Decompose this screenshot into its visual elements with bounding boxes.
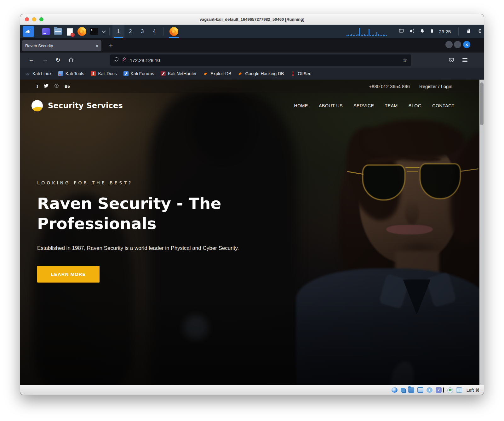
site-header: Security Services HOME ABOUT US SERVICE … xyxy=(32,96,455,115)
exploit-db-bird-icon xyxy=(203,71,208,76)
taskbar-firefox-window[interactable] xyxy=(166,25,181,38)
dribbble-icon[interactable] xyxy=(54,83,59,89)
vbox-recording-slider xyxy=(443,387,444,393)
insecure-lock-icon[interactable] xyxy=(122,57,127,63)
vbox-hdd-status-icon[interactable] xyxy=(392,387,398,393)
desktop-background: vagrant-kali_default_1649657277982_50460… xyxy=(0,0,504,421)
close-window-button[interactable] xyxy=(25,17,29,21)
firefox-tab-bar: Raven Security × + × xyxy=(20,38,484,53)
terminal-icon: $_ xyxy=(90,28,98,35)
hero-subtitle: Established in 1987, Raven Security is a… xyxy=(37,245,258,251)
volume-icon[interactable] xyxy=(409,28,415,35)
behance-icon[interactable]: Bē xyxy=(65,84,70,89)
ghdb-bird-icon xyxy=(238,71,243,76)
forward-button[interactable]: → xyxy=(42,56,48,63)
launcher-dropdown-chevron-icon[interactable] xyxy=(102,29,106,33)
twitter-icon[interactable] xyxy=(44,83,49,89)
kali-nethunter-icon xyxy=(161,71,166,76)
nav-home[interactable]: HOME xyxy=(294,103,308,108)
cpu-usage-graph[interactable] xyxy=(346,27,394,36)
vbox-shared-folders-icon[interactable] xyxy=(408,387,414,393)
pocket-icon[interactable] xyxy=(449,57,454,64)
nav-blog[interactable]: BLOG xyxy=(409,103,421,108)
bookmark-offsec[interactable]: OffSec xyxy=(290,71,311,76)
battery-icon[interactable] xyxy=(430,28,434,35)
brand-logo-icon xyxy=(32,100,43,111)
launcher-text-editor[interactable] xyxy=(65,26,75,37)
browser-tab[interactable]: Raven Security × xyxy=(22,40,101,51)
panel-separator xyxy=(109,27,110,36)
tracking-shield-icon[interactable] xyxy=(114,57,119,63)
facebook-icon[interactable]: f xyxy=(37,84,38,89)
kali-dragon-icon xyxy=(25,27,32,36)
minimize-window-button[interactable] xyxy=(32,17,36,21)
browser-close-button[interactable]: × xyxy=(463,41,470,48)
tray-display-icon[interactable] xyxy=(398,28,404,35)
browser-minimize-button[interactable] xyxy=(445,41,453,48)
panel-clock[interactable]: 23:25 xyxy=(439,29,451,34)
vbox-network-status-icon[interactable]: ⇄ xyxy=(447,387,453,393)
brand-name: Security Services xyxy=(48,101,123,110)
launcher-firefox[interactable] xyxy=(77,26,87,37)
workspace-2[interactable]: 2 xyxy=(124,25,136,38)
bookmark-kali-linux[interactable]: Kali Linux xyxy=(25,71,52,76)
main-navigation: HOME ABOUT US SERVICE TEAM BLOG CONTACT xyxy=(294,103,455,108)
panel-separator xyxy=(163,27,163,36)
kali-forums-icon xyxy=(123,71,129,76)
vbox-usb-status-icon[interactable] xyxy=(427,387,432,393)
workspace-1[interactable]: 1 xyxy=(112,25,124,38)
bookmark-kali-nethunter[interactable]: Kali NetHunter xyxy=(161,71,197,76)
learn-more-button[interactable]: LEARN MORE xyxy=(37,266,100,283)
menu-hamburger-icon[interactable] xyxy=(462,58,467,62)
bookmark-kali-tools[interactable]: Kali Tools xyxy=(58,71,84,76)
reload-button[interactable]: ↻ xyxy=(55,56,60,64)
vbox-recording-status-icon[interactable]: V xyxy=(436,387,442,393)
document-icon xyxy=(67,28,73,36)
lock-screen-icon[interactable] xyxy=(466,28,471,35)
register-login-link[interactable]: Register / Login xyxy=(419,84,452,89)
launcher-window-app[interactable] xyxy=(41,26,51,37)
url-bar[interactable]: 172.28.128.10 ☆ xyxy=(110,54,411,66)
kali-tools-icon xyxy=(58,71,63,76)
hero-kicker: LOOKING FOR THE BEST? xyxy=(37,180,258,185)
vbox-autoresize-icon[interactable]: ↓ xyxy=(456,387,462,393)
bookmark-kali-forums[interactable]: Kali Forums xyxy=(123,71,154,76)
tab-close-icon[interactable]: × xyxy=(95,43,98,48)
macos-titlebar: vagrant-kali_default_1649657277982_50460… xyxy=(20,14,484,25)
kali-docs-icon: $ xyxy=(91,71,96,76)
bookmark-exploit-db[interactable]: Exploit-DB xyxy=(203,71,231,76)
vbox-display-status-icon[interactable] xyxy=(417,387,423,393)
brand-logo-link[interactable]: Security Services xyxy=(32,100,123,111)
launcher-terminal[interactable]: $_ xyxy=(89,26,99,37)
home-button[interactable] xyxy=(68,57,74,65)
vm-window: vagrant-kali_default_1649657277982_50460… xyxy=(20,14,484,395)
workspace-3[interactable]: 3 xyxy=(136,25,148,38)
back-button[interactable]: ← xyxy=(28,56,34,63)
folder-icon xyxy=(54,28,62,35)
bookmark-star-icon[interactable]: ☆ xyxy=(403,57,407,64)
webpage-viewport: f Bē +880 012 3654 896 Register / Login xyxy=(20,80,484,385)
scrollbar-thumb[interactable] xyxy=(480,82,484,125)
panel-separator xyxy=(458,27,459,36)
new-tab-button[interactable]: + xyxy=(109,42,113,49)
logout-icon[interactable] xyxy=(476,28,481,35)
kali-panel: $_ 1 2 3 4 xyxy=(20,25,484,38)
bookmark-google-hacking-db[interactable]: Google Hacking DB xyxy=(238,71,284,76)
nav-service[interactable]: SERVICE xyxy=(353,103,374,108)
nav-team[interactable]: TEAM xyxy=(385,103,398,108)
zoom-window-button[interactable] xyxy=(39,17,43,21)
nav-contact[interactable]: CONTACT xyxy=(432,103,455,108)
url-text[interactable]: 172.28.128.10 xyxy=(130,58,400,63)
site-topbar: f Bē +880 012 3654 896 Register / Login xyxy=(20,80,484,93)
nav-about-us[interactable]: ABOUT US xyxy=(319,103,343,108)
page-scrollbar[interactable] xyxy=(479,80,484,385)
notifications-bell-icon[interactable] xyxy=(420,28,425,35)
vbox-optical-status-icon[interactable] xyxy=(401,388,405,392)
firefox-toolbar: ← → ↻ 172.28.128.10 ☆ xyxy=(20,53,484,68)
launcher-file-manager[interactable] xyxy=(53,26,63,37)
workspace-4[interactable]: 4 xyxy=(148,25,160,38)
firefox-icon xyxy=(169,27,178,36)
kali-applications-menu-button[interactable] xyxy=(23,26,34,37)
browser-restore-button[interactable] xyxy=(454,41,461,48)
bookmark-kali-docs[interactable]: $ Kali Docs xyxy=(91,71,117,76)
